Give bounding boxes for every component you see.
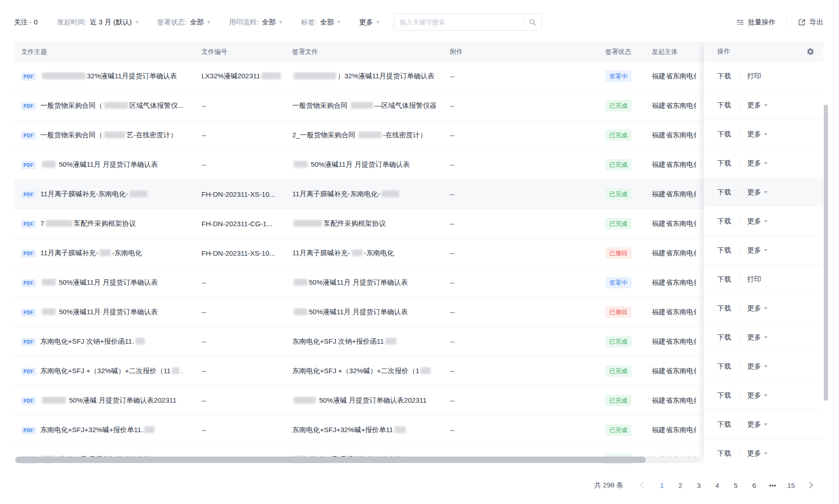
table-row[interactable]: PDF东南电化+SFJ 次钠+报价函11.--东南电化+SFJ 次钠+报价函11…	[14, 327, 823, 357]
filter-follow-tab[interactable]: 关注 · 0	[14, 18, 38, 27]
page-button[interactable]: 1	[655, 478, 669, 492]
print-link[interactable]: 打印	[747, 72, 761, 81]
download-link[interactable]: 下载	[717, 362, 731, 371]
document-title-link[interactable]: 32%液碱11月提货订单确认表	[41, 72, 177, 80]
action-divider	[739, 392, 739, 399]
gear-icon	[806, 47, 815, 56]
page-button[interactable]: 2	[673, 478, 688, 492]
cell-text: 32%液碱11月提货订单确认表	[87, 72, 177, 80]
document-title-link[interactable]: 50%液碱11月 月提货订单确认表	[41, 308, 158, 316]
document-title-link[interactable]: 7泵配件采购框架协议	[41, 219, 136, 227]
download-link[interactable]: 下载	[717, 275, 731, 284]
cell-subject: PDF 50%液碱 月提货订单确认表202311	[14, 396, 201, 405]
more-link[interactable]: 更多	[747, 130, 768, 139]
filter-start-time[interactable]: 发起时间: 近 3 月 (默认)	[57, 18, 139, 27]
page-button[interactable]: 5	[728, 478, 743, 492]
prev-page-button[interactable]	[636, 478, 651, 492]
download-link[interactable]: 下载	[717, 72, 731, 81]
download-link[interactable]: 下载	[717, 391, 731, 400]
download-link[interactable]: 下载	[717, 188, 731, 197]
more-link[interactable]: 更多	[747, 246, 768, 255]
more-link[interactable]: 更多	[747, 101, 768, 110]
table-row[interactable]: PDF 50%液碱11月 月提货订单确认表--50%液碱11月 月提货订单确认表…	[14, 268, 823, 298]
cell-status: 已完成	[605, 336, 652, 347]
cell-subject: PDF32%液碱11月提货订单确认表	[14, 72, 201, 81]
status-badge: 已完成	[605, 188, 632, 200]
cell-text: --	[201, 131, 206, 139]
table-row[interactable]: PDF 50%液碱11月 月提货订单确认表--50%液碱11月 月提货订单确认表…	[14, 298, 823, 327]
filter-sign-status[interactable]: 签署状态: 全部	[157, 18, 211, 27]
vertical-scrollbar-thumb[interactable]	[824, 105, 828, 401]
export-button[interactable]: 导出	[798, 18, 823, 27]
document-title-link[interactable]: 11月离子膜碱补充--东南电化	[41, 249, 142, 257]
download-link[interactable]: 下载	[717, 159, 731, 168]
document-title-link[interactable]: 一般货物采购合同（区域气体报警仪...	[41, 101, 184, 109]
print-link[interactable]: 打印	[747, 275, 761, 284]
download-link[interactable]: 下载	[717, 333, 731, 342]
batch-operations-button[interactable]: 批量操作	[736, 18, 775, 27]
page-button[interactable]: 3	[691, 478, 706, 492]
download-link[interactable]: 下载	[717, 449, 731, 458]
more-link[interactable]: 更多	[747, 420, 768, 429]
redacted-blur	[294, 279, 307, 286]
cell-subject: PDF11月离子膜碱补充-东南电化-	[14, 190, 201, 199]
more-link[interactable]: 更多	[747, 333, 768, 342]
table-row[interactable]: PDF 50%液碱 月提货订单确认表202311-- 50%液碱 月提货订单确认…	[14, 386, 823, 416]
search-input[interactable]	[394, 18, 523, 26]
document-title-link[interactable]: 50%液碱 月提货订单确认表202311	[41, 396, 177, 404]
table-row[interactable]: PDF 50%液碱11月 月提货订单确认表-- 50%液碱11月 月提货订单确认…	[14, 150, 823, 180]
document-title-link[interactable]: 东南电化+SFJ+32%碱+报价单11.	[41, 426, 156, 434]
more-link[interactable]: 更多	[747, 217, 768, 226]
download-link[interactable]: 下载	[717, 130, 731, 139]
horizontal-scrollbar[interactable]	[15, 457, 701, 463]
initiator-name: 福建省东南电化	[652, 367, 696, 375]
page-button[interactable]: 15	[784, 478, 798, 492]
next-page-button[interactable]	[802, 478, 817, 492]
table-row[interactable]: PDF7泵配件采购框架协议FH-DN-202311-CG-1...泵配件采购框架…	[14, 209, 823, 239]
more-link[interactable]: 更多	[747, 391, 768, 400]
horizontal-scrollbar-thumb[interactable]	[15, 457, 646, 463]
document-title-link[interactable]: 11月离子膜碱补充-东南电化-	[41, 190, 149, 198]
download-link[interactable]: 下载	[717, 304, 731, 313]
more-link[interactable]: 更多	[747, 449, 768, 458]
search-button[interactable]	[523, 17, 542, 27]
document-title-link[interactable]: 东南电化+SFJ +（32%碱）+二次报价（11.	[41, 367, 183, 375]
table-row[interactable]: PDF一般货物采购合同（区域气体报警仪...--一般货物采购合同 —区域气体报警…	[14, 91, 823, 121]
table-row[interactable]: PDF一般货物采购合同（艺-在线密度计）--2_一般货物采购合同 -在线密度计）…	[14, 121, 823, 150]
status-badge: 已完成	[605, 100, 632, 111]
initiator-name: 福建省东南电化	[652, 219, 696, 228]
cell-text: --	[201, 338, 206, 346]
more-link[interactable]: 更多	[747, 362, 768, 371]
document-title-link[interactable]: 50%液碱11月 月提货订单确认表	[41, 160, 158, 168]
table-row[interactable]: PDF东南电化+SFJ +（32%碱）+二次报价（11.--东南电化+SFJ +…	[14, 357, 823, 386]
pdf-file-badge: PDF	[21, 102, 36, 110]
cell-text: -东南电化	[112, 249, 142, 257]
caret-down-icon	[764, 104, 768, 106]
status-badge: 已完成	[605, 129, 632, 141]
download-link[interactable]: 下载	[717, 246, 731, 255]
page-button[interactable]: 6	[747, 478, 762, 492]
more-link[interactable]: 更多	[747, 159, 768, 168]
table-row[interactable]: PDF11月离子膜碱补充-东南电化-FH-DN-202311-XS-10...1…	[14, 180, 823, 209]
download-link[interactable]: 下载	[717, 217, 731, 226]
document-title-link[interactable]: 一般货物采购合同（艺-在线密度计）	[41, 131, 177, 139]
more-link[interactable]: 更多	[747, 304, 768, 313]
cell-text: 50%液碱11月 月提货订单确认表	[309, 278, 408, 286]
document-title-link[interactable]: 50%液碱11月 月提货订单确认表	[41, 278, 158, 286]
column-settings-button[interactable]	[805, 46, 816, 57]
table-row[interactable]: PDF32%液碱11月提货订单确认表LX32%液碱202311）32%液碱11月…	[14, 62, 823, 91]
more-link[interactable]: 更多	[747, 188, 768, 197]
pages-ellipsis[interactable]: •••	[765, 478, 780, 492]
pdf-file-badge: PDF	[21, 427, 36, 434]
page-button[interactable]: 4	[710, 478, 725, 492]
table-row[interactable]: PDF东南电化+SFJ+32%碱+报价单11.--东南电化+SFJ+32%碱+报…	[14, 416, 823, 445]
cell-signed-file: 50%液碱 月提货订单确认表202311	[292, 396, 450, 405]
filter-seal-flow[interactable]: 用印流程: 全部	[229, 18, 283, 27]
cell-subject: PDF11月离子膜碱补充--东南电化	[14, 249, 201, 258]
filter-tags[interactable]: 标签: 全部	[301, 18, 341, 27]
document-title-link[interactable]: 东南电化+SFJ 次钠+报价函11.	[41, 337, 146, 345]
filter-more-button[interactable]: 更多	[359, 18, 380, 27]
download-link[interactable]: 下载	[717, 101, 731, 110]
download-link[interactable]: 下载	[717, 420, 731, 429]
table-row[interactable]: PDF11月离子膜碱补充--东南电化FH-DN-202311-XS-10...1…	[14, 239, 823, 268]
